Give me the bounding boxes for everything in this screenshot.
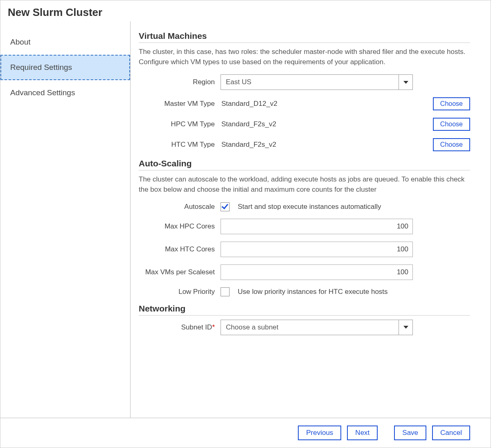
choose-hpc-vm-button[interactable]: Choose bbox=[433, 118, 470, 131]
autoscale-checkbox-label: Start and stop execute instances automat… bbox=[238, 203, 381, 211]
dialog-title: New Slurm Cluster bbox=[0, 0, 491, 21]
footer: Previous Next Save Cancel bbox=[0, 418, 491, 448]
section-heading-auto: Auto-Scaling bbox=[139, 159, 470, 168]
region-select[interactable]: East US bbox=[221, 74, 413, 90]
dialog-window: New Slurm Cluster About Required Setting… bbox=[0, 0, 491, 448]
htc-vm-value: Standard_F2s_v2 bbox=[221, 138, 429, 151]
section-heading-vm: Virtual Machines bbox=[139, 31, 470, 41]
max-htc-cores-input[interactable] bbox=[221, 242, 413, 257]
divider bbox=[139, 170, 470, 170]
region-select-toggle[interactable] bbox=[399, 75, 412, 90]
label-htc-vm: HTC VM Type bbox=[139, 141, 221, 149]
sidebar-item-about[interactable]: About bbox=[0, 29, 130, 55]
label-region: Region bbox=[139, 78, 221, 86]
previous-button[interactable]: Previous bbox=[298, 426, 341, 440]
autoscale-checkbox[interactable] bbox=[221, 202, 230, 211]
master-vm-value: Standard_D12_v2 bbox=[221, 97, 429, 110]
subnet-select-value: Choose a subnet bbox=[221, 320, 399, 335]
hpc-vm-value: Standard_F2s_v2 bbox=[221, 118, 429, 131]
choose-master-vm-button[interactable]: Choose bbox=[433, 97, 470, 110]
label-subnet-id: Subnet ID* bbox=[139, 323, 221, 332]
divider bbox=[139, 43, 470, 43]
divider bbox=[139, 315, 470, 316]
subnet-select[interactable]: Choose a subnet bbox=[221, 320, 413, 335]
label-autoscale: Autoscale bbox=[139, 203, 221, 211]
label-max-vms-scaleset: Max VMs per Scaleset bbox=[139, 268, 221, 276]
choose-htc-vm-button[interactable]: Choose bbox=[433, 138, 470, 151]
sidebar: About Required Settings Advanced Setting… bbox=[0, 21, 131, 418]
section-desc-vm: The cluster, in this case, has two roles… bbox=[139, 47, 470, 67]
low-priority-checkbox[interactable] bbox=[221, 287, 230, 296]
chevron-down-icon bbox=[403, 81, 408, 84]
save-button[interactable]: Save bbox=[394, 426, 426, 440]
label-hpc-vm: HPC VM Type bbox=[139, 120, 221, 128]
chevron-down-icon bbox=[403, 326, 408, 329]
region-select-value: East US bbox=[221, 75, 399, 90]
required-asterisk: * bbox=[212, 323, 215, 331]
section-heading-net: Networking bbox=[139, 304, 470, 314]
sidebar-item-advanced-settings[interactable]: Advanced Settings bbox=[0, 80, 130, 105]
low-priority-checkbox-label: Use low priority instances for HTC execu… bbox=[238, 288, 388, 296]
label-subnet-id-text: Subnet ID bbox=[181, 323, 212, 331]
label-max-hpc-cores: Max HPC Cores bbox=[139, 222, 221, 231]
section-desc-auto: The cluster can autoscale to the workloa… bbox=[139, 175, 470, 195]
next-button[interactable]: Next bbox=[347, 426, 378, 440]
cancel-button[interactable]: Cancel bbox=[432, 426, 470, 440]
label-low-priority: Low Priority bbox=[139, 288, 221, 296]
subnet-select-toggle[interactable] bbox=[399, 320, 412, 335]
dialog-body: About Required Settings Advanced Setting… bbox=[0, 21, 491, 418]
label-max-htc-cores: Max HTC Cores bbox=[139, 245, 221, 253]
max-vms-scaleset-input[interactable] bbox=[221, 264, 413, 280]
max-hpc-cores-input[interactable] bbox=[221, 219, 413, 234]
label-master-vm: Master VM Type bbox=[139, 100, 221, 108]
main-panel: Virtual Machines The cluster, in this ca… bbox=[131, 21, 491, 418]
sidebar-item-required-settings[interactable]: Required Settings bbox=[0, 55, 130, 80]
